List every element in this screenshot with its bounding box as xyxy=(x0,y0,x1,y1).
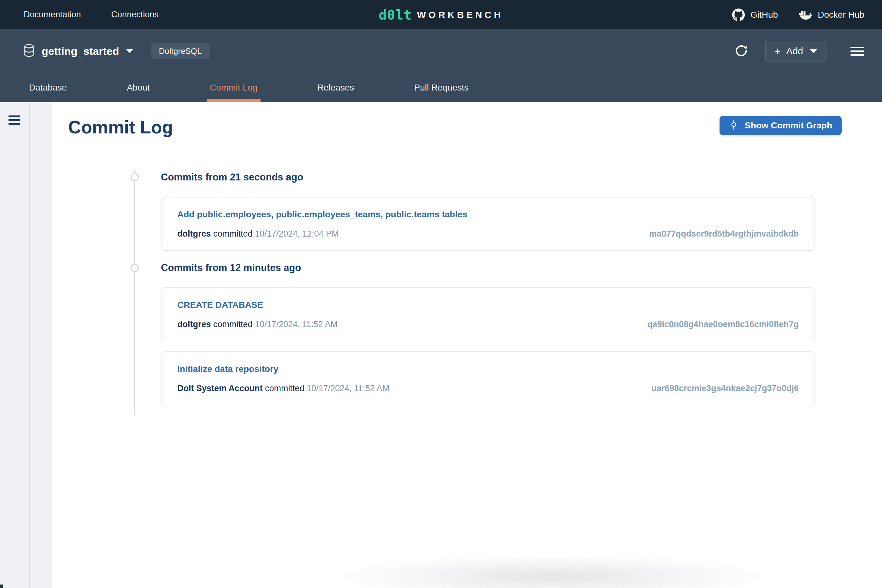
chevron-down-icon xyxy=(126,49,133,53)
tab-releases[interactable]: Releases xyxy=(317,73,354,102)
commit-meta: Dolt System Account committed 10/17/2024… xyxy=(177,384,389,393)
commit-hash[interactable]: uar698crcmie3gs4nkae2cj7g37o0dj6 xyxy=(651,384,799,393)
github-icon xyxy=(732,9,745,21)
commit-message-link[interactable]: CREATE DATABASE xyxy=(177,300,799,310)
timeline-node-icon xyxy=(130,264,139,272)
commit-hash[interactable]: ma077qqdser9rd5tb4rgthjmvaibdkdb xyxy=(649,229,799,239)
docker-icon xyxy=(798,9,812,21)
nav-link-documentation[interactable]: Documentation xyxy=(24,10,81,20)
refresh-icon xyxy=(734,44,748,59)
commit-action: committed xyxy=(213,320,253,329)
commit-message-link[interactable]: Initialize data repository xyxy=(177,364,799,374)
commit-message-link[interactable]: Add public.employees, public.employees_t… xyxy=(177,210,799,219)
commit-cards: CREATE DATABASE doltgres committed 10/17… xyxy=(161,287,882,405)
tab-about[interactable]: About xyxy=(127,73,150,102)
logo-brand-text: d0lt xyxy=(379,7,412,22)
commit-group: Commits from 12 minutes ago CREATE DATAB… xyxy=(52,261,882,405)
dialect-badge: DoltgreSQL xyxy=(151,43,210,59)
tab-pull-requests[interactable]: Pull Requests xyxy=(414,73,469,102)
main-content: Commit Log Show Commit Graph Commits fro… xyxy=(52,102,882,588)
show-commit-graph-button[interactable]: Show Commit Graph xyxy=(720,116,842,135)
repo-header: getting_started DoltgreSQL + Add xyxy=(0,29,882,102)
commit-action: committed xyxy=(213,229,253,238)
sidebar-toggle-button[interactable] xyxy=(9,116,29,125)
artifact-dot xyxy=(0,585,3,588)
commit-author: doltgres xyxy=(177,229,211,238)
commit-timeline: Commits from 21 seconds ago Add public.e… xyxy=(52,170,882,405)
show-commit-graph-label: Show Commit Graph xyxy=(745,120,832,130)
left-gutter xyxy=(30,102,52,588)
commit-timestamp: 10/17/2024, 11:52 AM xyxy=(255,320,338,329)
commit-graph-icon xyxy=(729,119,738,132)
app-logo: d0lt WORKBENCH xyxy=(379,7,504,22)
database-selector[interactable]: getting_started xyxy=(23,44,133,58)
commit-author: doltgres xyxy=(177,320,211,329)
commit-author: Dolt System Account xyxy=(177,384,263,393)
commit-group-heading: Commits from 12 minutes ago xyxy=(161,261,882,275)
menu-button[interactable] xyxy=(850,46,864,56)
tab-database[interactable]: Database xyxy=(29,73,67,102)
logo-product-text: WORKBENCH xyxy=(417,9,504,20)
plus-icon: + xyxy=(774,46,781,57)
commit-timestamp: 10/17/2024, 11:52 AM xyxy=(307,384,389,393)
commit-meta: doltgres committed 10/17/2024, 12:04 PM xyxy=(177,229,339,239)
github-link[interactable]: GitHub xyxy=(732,9,778,21)
docker-hub-link[interactable]: Docker Hub xyxy=(798,9,864,21)
timeline-node-icon xyxy=(130,173,139,182)
database-name: getting_started xyxy=(42,45,119,57)
commit-hash[interactable]: qa9ic0n08g4hae0oem8c16cmi0fieh7g xyxy=(647,320,799,329)
top-navigation: Documentation Connections d0lt WORKBENCH… xyxy=(0,0,882,29)
commit-meta-row: doltgres committed 10/17/2024, 11:52 AM … xyxy=(177,320,799,329)
commit-meta: doltgres committed 10/17/2024, 11:52 AM xyxy=(177,320,338,329)
database-icon xyxy=(23,44,35,58)
left-rail xyxy=(0,102,29,588)
nav-link-connections[interactable]: Connections xyxy=(111,10,159,20)
commit-timestamp: 10/17/2024, 12:04 PM xyxy=(255,229,339,238)
commit-card: Initialize data repository Dolt System A… xyxy=(161,351,815,405)
tab-commit-log[interactable]: Commit Log xyxy=(210,73,257,102)
add-button-label: Add xyxy=(786,46,803,57)
github-link-label: GitHub xyxy=(750,10,778,20)
commit-action: committed xyxy=(265,384,304,393)
commit-meta-row: Dolt System Account committed 10/17/2024… xyxy=(177,384,799,393)
docker-hub-link-label: Docker Hub xyxy=(818,10,864,20)
commit-cards: Add public.employees, public.employees_t… xyxy=(161,197,882,251)
commit-group: Commits from 21 seconds ago Add public.e… xyxy=(52,170,882,251)
add-button[interactable]: + Add xyxy=(765,41,826,62)
commit-meta-row: doltgres committed 10/17/2024, 12:04 PM … xyxy=(177,229,799,239)
repo-tabs: Database About Commit Log Releases Pull … xyxy=(0,73,882,102)
commit-group-heading: Commits from 21 seconds ago xyxy=(161,170,882,184)
commit-card: CREATE DATABASE doltgres committed 10/17… xyxy=(161,287,815,341)
commit-card: Add public.employees, public.employees_t… xyxy=(161,197,815,251)
chevron-down-icon xyxy=(810,49,817,53)
refresh-button[interactable] xyxy=(734,44,748,59)
